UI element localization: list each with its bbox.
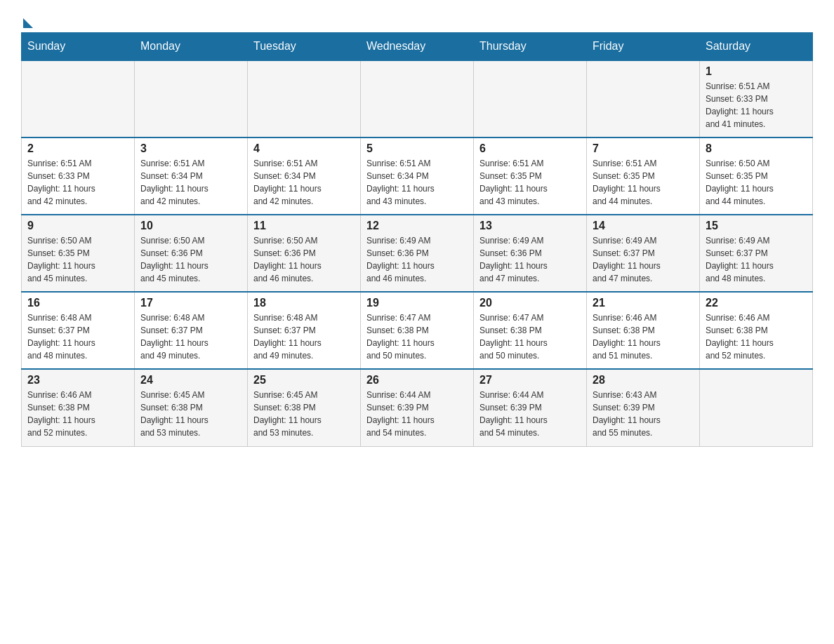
calendar-cell — [22, 60, 135, 137]
weekday-header: Wednesday — [361, 33, 474, 61]
day-info: Sunrise: 6:51 AM Sunset: 6:34 PM Dayligh… — [366, 157, 468, 208]
day-number: 15 — [706, 220, 807, 232]
calendar-cell: 27Sunrise: 6:44 AM Sunset: 6:39 PM Dayli… — [474, 369, 587, 446]
day-info: Sunrise: 6:43 AM Sunset: 6:39 PM Dayligh… — [593, 389, 694, 439]
calendar-cell: 19Sunrise: 6:47 AM Sunset: 6:38 PM Dayli… — [361, 292, 474, 369]
calendar-cell: 16Sunrise: 6:48 AM Sunset: 6:37 PM Dayli… — [22, 292, 135, 369]
day-number: 4 — [253, 142, 355, 155]
day-number: 19 — [366, 297, 468, 309]
weekday-header: Thursday — [474, 33, 587, 61]
calendar-cell: 4Sunrise: 6:51 AM Sunset: 6:34 PM Daylig… — [248, 137, 361, 215]
calendar-cell: 21Sunrise: 6:46 AM Sunset: 6:38 PM Dayli… — [587, 292, 700, 369]
calendar-week-row: 23Sunrise: 6:46 AM Sunset: 6:38 PM Dayli… — [22, 369, 813, 446]
calendar-cell: 12Sunrise: 6:49 AM Sunset: 6:36 PM Dayli… — [361, 215, 474, 292]
calendar-week-row: 9Sunrise: 6:50 AM Sunset: 6:35 PM Daylig… — [22, 215, 813, 292]
calendar-cell: 28Sunrise: 6:43 AM Sunset: 6:39 PM Dayli… — [587, 369, 700, 446]
calendar-header-row: SundayMondayTuesdayWednesdayThursdayFrid… — [22, 33, 813, 61]
calendar-cell: 7Sunrise: 6:51 AM Sunset: 6:35 PM Daylig… — [587, 137, 700, 215]
day-number: 28 — [593, 374, 694, 387]
page-header — [21, 14, 813, 25]
day-number: 10 — [140, 220, 241, 232]
day-info: Sunrise: 6:49 AM Sunset: 6:37 PM Dayligh… — [593, 234, 694, 285]
calendar-cell — [474, 60, 587, 137]
day-info: Sunrise: 6:46 AM Sunset: 6:38 PM Dayligh… — [27, 389, 128, 439]
weekday-header: Friday — [587, 33, 700, 61]
day-info: Sunrise: 6:49 AM Sunset: 6:37 PM Dayligh… — [706, 234, 807, 285]
day-number: 21 — [593, 297, 694, 309]
calendar-cell: 20Sunrise: 6:47 AM Sunset: 6:38 PM Dayli… — [474, 292, 587, 369]
day-info: Sunrise: 6:44 AM Sunset: 6:39 PM Dayligh… — [479, 389, 581, 439]
day-info: Sunrise: 6:50 AM Sunset: 6:35 PM Dayligh… — [706, 157, 807, 208]
calendar-cell: 6Sunrise: 6:51 AM Sunset: 6:35 PM Daylig… — [474, 137, 587, 215]
day-info: Sunrise: 6:45 AM Sunset: 6:38 PM Dayligh… — [253, 389, 355, 439]
calendar-cell: 8Sunrise: 6:50 AM Sunset: 6:35 PM Daylig… — [700, 137, 813, 215]
calendar-week-row: 1Sunrise: 6:51 AM Sunset: 6:33 PM Daylig… — [22, 60, 813, 137]
day-number: 6 — [479, 142, 581, 155]
day-number: 9 — [27, 220, 128, 232]
day-number: 16 — [27, 297, 128, 309]
day-info: Sunrise: 6:51 AM Sunset: 6:34 PM Dayligh… — [253, 157, 355, 208]
day-info: Sunrise: 6:51 AM Sunset: 6:33 PM Dayligh… — [27, 157, 128, 208]
calendar-cell: 11Sunrise: 6:50 AM Sunset: 6:36 PM Dayli… — [248, 215, 361, 292]
day-number: 2 — [27, 142, 128, 155]
calendar-cell: 26Sunrise: 6:44 AM Sunset: 6:39 PM Dayli… — [361, 369, 474, 446]
day-info: Sunrise: 6:47 AM Sunset: 6:38 PM Dayligh… — [479, 311, 581, 362]
day-number: 26 — [366, 374, 468, 387]
day-info: Sunrise: 6:51 AM Sunset: 6:34 PM Dayligh… — [140, 157, 241, 208]
calendar-cell: 17Sunrise: 6:48 AM Sunset: 6:37 PM Dayli… — [135, 292, 248, 369]
calendar-cell: 15Sunrise: 6:49 AM Sunset: 6:37 PM Dayli… — [700, 215, 813, 292]
calendar-cell — [361, 60, 474, 137]
day-number: 13 — [479, 220, 581, 232]
calendar-cell: 25Sunrise: 6:45 AM Sunset: 6:38 PM Dayli… — [248, 369, 361, 446]
day-number: 3 — [140, 142, 241, 155]
calendar-cell: 13Sunrise: 6:49 AM Sunset: 6:36 PM Dayli… — [474, 215, 587, 292]
day-info: Sunrise: 6:50 AM Sunset: 6:36 PM Dayligh… — [253, 234, 355, 285]
calendar-cell — [135, 60, 248, 137]
day-info: Sunrise: 6:50 AM Sunset: 6:36 PM Dayligh… — [140, 234, 241, 285]
calendar-cell: 9Sunrise: 6:50 AM Sunset: 6:35 PM Daylig… — [22, 215, 135, 292]
day-info: Sunrise: 6:50 AM Sunset: 6:35 PM Dayligh… — [27, 234, 128, 285]
calendar-cell: 22Sunrise: 6:46 AM Sunset: 6:38 PM Dayli… — [700, 292, 813, 369]
day-info: Sunrise: 6:44 AM Sunset: 6:39 PM Dayligh… — [366, 389, 468, 439]
day-number: 12 — [366, 220, 468, 232]
weekday-header: Sunday — [22, 33, 135, 61]
calendar-cell: 10Sunrise: 6:50 AM Sunset: 6:36 PM Dayli… — [135, 215, 248, 292]
day-info: Sunrise: 6:46 AM Sunset: 6:38 PM Dayligh… — [593, 311, 694, 362]
day-info: Sunrise: 6:46 AM Sunset: 6:38 PM Dayligh… — [706, 311, 807, 362]
day-number: 18 — [253, 297, 355, 309]
calendar-cell — [248, 60, 361, 137]
calendar-week-row: 16Sunrise: 6:48 AM Sunset: 6:37 PM Dayli… — [22, 292, 813, 369]
day-number: 22 — [706, 297, 807, 309]
day-info: Sunrise: 6:51 AM Sunset: 6:35 PM Dayligh… — [479, 157, 581, 208]
day-number: 5 — [366, 142, 468, 155]
logo — [21, 14, 33, 25]
day-info: Sunrise: 6:45 AM Sunset: 6:38 PM Dayligh… — [140, 389, 241, 439]
calendar-week-row: 2Sunrise: 6:51 AM Sunset: 6:33 PM Daylig… — [22, 137, 813, 215]
day-info: Sunrise: 6:51 AM Sunset: 6:35 PM Dayligh… — [593, 157, 694, 208]
day-info: Sunrise: 6:49 AM Sunset: 6:36 PM Dayligh… — [479, 234, 581, 285]
calendar-cell: 24Sunrise: 6:45 AM Sunset: 6:38 PM Dayli… — [135, 369, 248, 446]
calendar-cell: 14Sunrise: 6:49 AM Sunset: 6:37 PM Dayli… — [587, 215, 700, 292]
day-info: Sunrise: 6:48 AM Sunset: 6:37 PM Dayligh… — [27, 311, 128, 362]
day-number: 11 — [253, 220, 355, 232]
calendar-cell: 23Sunrise: 6:46 AM Sunset: 6:38 PM Dayli… — [22, 369, 135, 446]
calendar-cell: 18Sunrise: 6:48 AM Sunset: 6:37 PM Dayli… — [248, 292, 361, 369]
weekday-header: Monday — [135, 33, 248, 61]
calendar-cell — [700, 369, 813, 446]
weekday-header: Tuesday — [248, 33, 361, 61]
day-info: Sunrise: 6:49 AM Sunset: 6:36 PM Dayligh… — [366, 234, 468, 285]
day-info: Sunrise: 6:51 AM Sunset: 6:33 PM Dayligh… — [706, 80, 807, 130]
calendar-cell: 3Sunrise: 6:51 AM Sunset: 6:34 PM Daylig… — [135, 137, 248, 215]
calendar-cell — [587, 60, 700, 137]
day-info: Sunrise: 6:48 AM Sunset: 6:37 PM Dayligh… — [253, 311, 355, 362]
calendar-cell: 2Sunrise: 6:51 AM Sunset: 6:33 PM Daylig… — [22, 137, 135, 215]
day-number: 23 — [27, 374, 128, 387]
day-info: Sunrise: 6:47 AM Sunset: 6:38 PM Dayligh… — [366, 311, 468, 362]
day-number: 24 — [140, 374, 241, 387]
day-info: Sunrise: 6:48 AM Sunset: 6:37 PM Dayligh… — [140, 311, 241, 362]
logo-arrow-icon — [23, 18, 33, 28]
day-number: 1 — [706, 65, 807, 78]
calendar-table: SundayMondayTuesdayWednesdayThursdayFrid… — [21, 32, 813, 447]
weekday-header: Saturday — [700, 33, 813, 61]
day-number: 17 — [140, 297, 241, 309]
